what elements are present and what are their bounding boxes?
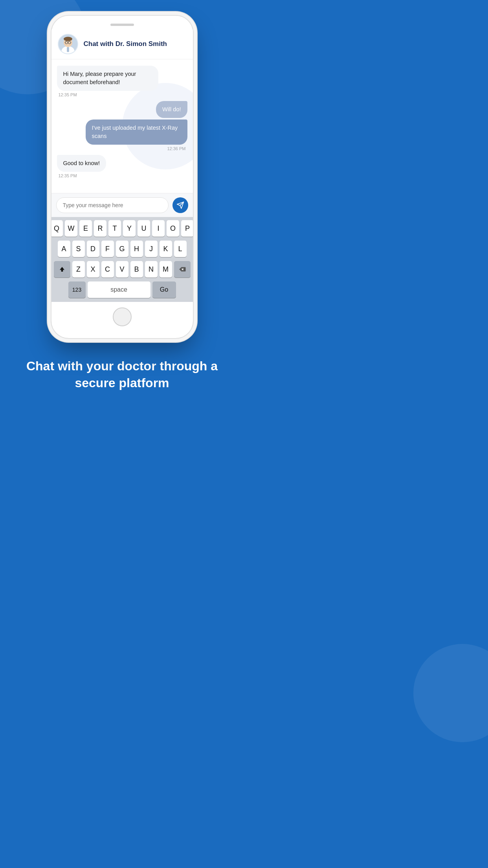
keyboard-row-4: 123 space Go bbox=[53, 281, 191, 298]
svg-line-9 bbox=[70, 42, 71, 42]
key-E[interactable]: E bbox=[79, 220, 92, 237]
message-bubble-received: Hi Mary, please prepare your document be… bbox=[57, 66, 159, 91]
message-row: Hi Mary, please prepare your document be… bbox=[57, 66, 187, 91]
send-button[interactable] bbox=[172, 197, 188, 213]
message-row: Will do! bbox=[57, 101, 187, 118]
message-row: Good to know! bbox=[57, 155, 187, 172]
key-J[interactable]: J bbox=[145, 241, 158, 257]
key-A[interactable]: A bbox=[58, 241, 70, 257]
phone-speaker bbox=[110, 24, 134, 26]
chat-header: Chat with Dr. Simon Smith bbox=[51, 29, 193, 59]
key-G[interactable]: G bbox=[116, 241, 128, 257]
key-U[interactable]: U bbox=[138, 220, 150, 237]
message-input-area bbox=[51, 193, 193, 217]
key-D[interactable]: D bbox=[87, 241, 99, 257]
key-I[interactable]: I bbox=[152, 220, 165, 237]
key-L[interactable]: L bbox=[174, 241, 187, 257]
keyboard: Q W E R T Y U I O P A S D F G bbox=[51, 217, 193, 302]
key-X[interactable]: X bbox=[87, 261, 99, 278]
space-key[interactable]: space bbox=[88, 281, 150, 298]
key-O[interactable]: O bbox=[167, 220, 179, 237]
go-key[interactable]: Go bbox=[152, 281, 176, 298]
phone-mockup: Chat with Dr. Simon Smith Hi Mary, pleas… bbox=[0, 0, 244, 338]
key-Y[interactable]: Y bbox=[123, 220, 136, 237]
shift-key[interactable] bbox=[54, 261, 70, 278]
svg-line-8 bbox=[64, 42, 65, 42]
message-time: 12:35 PM bbox=[57, 92, 187, 97]
phone-bottom bbox=[51, 302, 193, 326]
delete-icon bbox=[178, 267, 186, 272]
send-icon bbox=[176, 201, 184, 209]
key-Q[interactable]: Q bbox=[51, 220, 63, 237]
key-N[interactable]: N bbox=[145, 261, 158, 278]
phone-top bbox=[51, 24, 193, 26]
chat-title: Chat with Dr. Simon Smith bbox=[84, 40, 167, 48]
key-H[interactable]: H bbox=[130, 241, 143, 257]
keyboard-row-3: Z X C V B N M bbox=[53, 261, 191, 278]
footer-text: Chat with your doctor through a secure p… bbox=[0, 338, 244, 415]
key-W[interactable]: W bbox=[65, 220, 77, 237]
numbers-key[interactable]: 123 bbox=[68, 281, 86, 298]
message-input[interactable] bbox=[56, 197, 169, 213]
key-R[interactable]: R bbox=[94, 220, 106, 237]
shift-icon bbox=[59, 266, 66, 273]
key-M[interactable]: M bbox=[160, 261, 172, 278]
key-P[interactable]: P bbox=[181, 220, 193, 237]
message-bubble-received: Good to know! bbox=[57, 155, 106, 172]
message-row: I've just uploaded my latest X-Ray scans bbox=[57, 120, 187, 145]
key-Z[interactable]: Z bbox=[72, 261, 85, 278]
keyboard-row-2: A S D F G H J K L bbox=[53, 241, 191, 257]
home-button[interactable] bbox=[113, 307, 132, 326]
keyboard-row-1: Q W E R T Y U I O P bbox=[53, 220, 191, 237]
messages-area: Hi Mary, please prepare your document be… bbox=[51, 59, 193, 193]
message-time: 12:35 PM bbox=[57, 173, 187, 178]
doctor-avatar bbox=[58, 34, 78, 54]
key-S[interactable]: S bbox=[72, 241, 85, 257]
phone-frame: Chat with Dr. Simon Smith Hi Mary, pleas… bbox=[51, 16, 193, 338]
key-V[interactable]: V bbox=[116, 261, 128, 278]
key-B[interactable]: B bbox=[130, 261, 143, 278]
svg-rect-2 bbox=[67, 47, 69, 52]
key-T[interactable]: T bbox=[108, 220, 121, 237]
message-bubble-sent-dark: I've just uploaded my latest X-Ray scans bbox=[86, 120, 187, 145]
message-time: 12:36 PM bbox=[57, 146, 187, 151]
app-screen: Chat with Dr. Simon Smith Hi Mary, pleas… bbox=[51, 29, 193, 302]
message-bubble-sent: Will do! bbox=[156, 101, 187, 118]
key-C[interactable]: C bbox=[101, 261, 114, 278]
delete-key[interactable] bbox=[174, 261, 191, 278]
key-F[interactable]: F bbox=[101, 241, 114, 257]
svg-point-4 bbox=[63, 37, 72, 41]
key-K[interactable]: K bbox=[160, 241, 172, 257]
